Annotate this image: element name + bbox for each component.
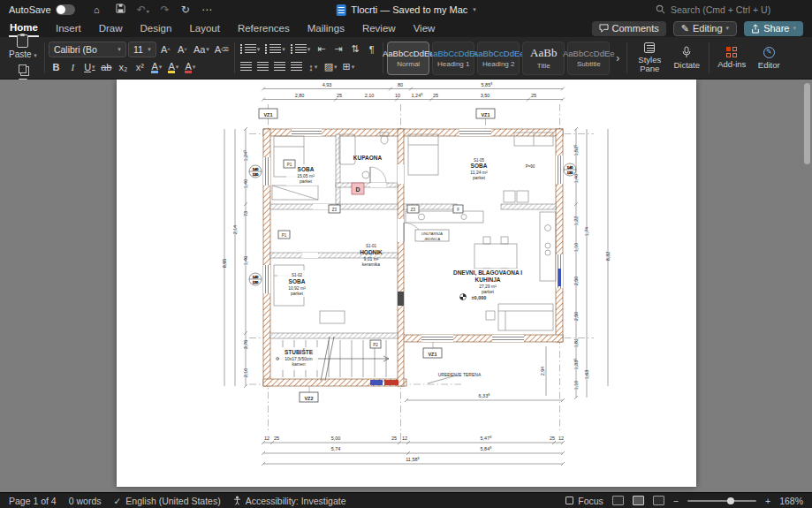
styles-more-button[interactable]: › <box>612 52 623 64</box>
decrease-indent-button[interactable]: ⇤ <box>314 42 329 57</box>
subscript-button[interactable]: x₂ <box>116 60 131 75</box>
read-mode-view-button[interactable] <box>612 496 624 505</box>
tab-design[interactable]: Design <box>140 21 173 36</box>
comments-button[interactable]: Comments <box>592 21 666 36</box>
justify-icon <box>291 62 302 72</box>
paste-button[interactable]: Paste ▾ <box>5 34 41 60</box>
align-right-button[interactable] <box>272 59 287 74</box>
show-marks-button[interactable]: ¶ <box>364 42 379 57</box>
accessibility-icon <box>233 496 241 505</box>
print-layout-view-button[interactable] <box>633 496 644 505</box>
tab-view[interactable]: View <box>413 21 436 36</box>
style-subtitle[interactable]: AaBbCcDdEe Subtitle <box>567 42 610 75</box>
sort-button[interactable]: ⇅ <box>347 42 362 57</box>
change-case-button[interactable]: Aa▾ <box>192 42 211 57</box>
borders-button[interactable]: ⊞▾ <box>341 59 357 74</box>
svg-text:3,76: 3,76 <box>243 340 248 350</box>
undo-icon[interactable]: ↶▾ <box>137 4 149 16</box>
zoom-slider[interactable] <box>687 500 756 502</box>
tab-references[interactable]: References <box>237 21 291 36</box>
style-title[interactable]: AaBb Title <box>522 42 565 75</box>
font-color-button[interactable]: A▾ <box>183 60 198 75</box>
svg-text:5,85⁵: 5,85⁵ <box>481 82 492 87</box>
clear-formatting-button[interactable]: A⌫ <box>213 42 231 57</box>
svg-text:5,84⁵: 5,84⁵ <box>480 446 491 451</box>
dictate-button[interactable]: Dictate <box>668 40 705 76</box>
highlight-button[interactable]: A▾ <box>166 60 181 75</box>
shading-button[interactable]: ▨▾ <box>323 59 339 74</box>
svg-text:1,24⁵: 1,24⁵ <box>243 150 248 162</box>
save-icon[interactable] <box>116 4 125 16</box>
level-mark: ±0,000 <box>459 294 486 300</box>
document-title[interactable]: Tlocrti — Saved to my Mac ▾ <box>336 4 476 16</box>
marker-d-door: D <box>355 186 360 193</box>
web-layout-view-button[interactable] <box>653 496 664 505</box>
redo-icon[interactable]: ↷ <box>161 4 170 16</box>
floor-plan-drawing: SOBA 15,05 m² parket KUPAONA S1-05 SOBA … <box>117 80 696 487</box>
marker-p2: P2 <box>373 343 378 347</box>
italic-button[interactable]: I <box>65 60 80 75</box>
strikethrough-button[interactable]: ab <box>99 60 114 75</box>
ribbon-tabs: Home Insert Draw Design Layout Reference… <box>0 19 812 37</box>
word-count[interactable]: 0 words <box>69 496 102 506</box>
svg-text:1,01: 1,01 <box>573 338 579 348</box>
shrink-font-button[interactable]: A˅ <box>175 42 190 57</box>
tab-mailings[interactable]: Mailings <box>307 21 345 36</box>
marker-f: F <box>457 208 459 212</box>
window-marker-blue <box>558 269 561 286</box>
microphone-icon <box>681 46 692 58</box>
numbering-button[interactable]: ▾ <box>263 42 287 57</box>
grow-font-button[interactable]: A˄ <box>158 42 173 57</box>
more-commands-icon[interactable]: ⋯ <box>201 4 212 16</box>
zoom-percentage[interactable]: 168% <box>779 496 803 506</box>
increase-indent-button[interactable]: ⇥ <box>330 42 345 57</box>
justify-button[interactable] <box>289 59 304 74</box>
styles-pane-button[interactable]: Styles Pane <box>631 40 668 76</box>
bold-button[interactable]: B <box>49 60 64 75</box>
editor-button[interactable]: ✎ Editor <box>750 40 787 76</box>
font-group: Calibri (Bo▾ 11▾ A˄ A˅ Aa▾ A⌫ B I U▾ ab … <box>49 40 231 76</box>
svg-text:2,80: 2,80 <box>294 93 304 98</box>
align-left-button[interactable] <box>239 59 254 74</box>
search-field[interactable] <box>656 4 803 16</box>
vertical-scrollbar[interactable] <box>804 83 810 164</box>
zoom-slider-knob[interactable] <box>727 497 734 504</box>
zoom-in-button[interactable]: + <box>765 496 770 506</box>
accessibility-status[interactable]: Accessibility: Investigate <box>233 496 346 506</box>
style-heading1[interactable]: AaBbCcDdEe Heading 1 <box>432 42 474 75</box>
tab-draw[interactable]: Draw <box>98 21 124 36</box>
tab-layout[interactable]: Layout <box>188 21 221 36</box>
text-effects-button[interactable]: A▾ <box>149 60 164 75</box>
share-button[interactable]: Share ▾ <box>744 21 803 36</box>
addins-button[interactable]: Add-ins <box>713 40 750 76</box>
copy-icon[interactable] <box>19 64 27 73</box>
underline-button[interactable]: U▾ <box>82 60 97 75</box>
tab-insert[interactable]: Insert <box>55 21 82 36</box>
multilevel-list-button[interactable]: ▾ <box>289 42 313 57</box>
line-spacing-button[interactable]: ↕▾ <box>306 59 321 74</box>
search-icon <box>656 4 665 16</box>
font-size-select[interactable]: 11▾ <box>128 42 156 57</box>
focus-button[interactable]: Focus <box>565 496 603 506</box>
home-icon[interactable]: ⌂ <box>89 3 104 18</box>
bullets-button[interactable]: ▾ <box>239 42 262 57</box>
svg-text:12: 12 <box>263 436 269 441</box>
document-page[interactable]: SOBA 15,05 m² parket KUPAONA S1-05 SOBA … <box>117 80 696 487</box>
svg-text:2,14: 2,14 <box>232 225 238 235</box>
room-label-soba-tr: SOBA <box>470 163 487 169</box>
font-name-select[interactable]: Calibri (Bo▾ <box>49 42 126 57</box>
style-heading2[interactable]: AaBbCcDdEe Heading 2 <box>477 42 520 75</box>
search-input[interactable] <box>671 4 803 15</box>
autosave-toggle[interactable]: AutoSave <box>9 4 75 15</box>
pencil-icon: ✎ <box>681 23 689 34</box>
style-normal[interactable]: AaBbCcDdEe Normal <box>387 42 429 75</box>
align-center-button[interactable] <box>255 59 270 74</box>
sync-icon[interactable]: ↻ <box>181 4 190 16</box>
tab-review[interactable]: Review <box>361 21 397 36</box>
page-indicator[interactable]: Page 1 of 4 <box>9 496 57 506</box>
language-selector[interactable]: ✓ English (United States) <box>113 496 220 506</box>
zoom-out-button[interactable]: − <box>673 496 679 506</box>
autosave-switch-icon[interactable] <box>56 4 75 15</box>
editing-mode-button[interactable]: ✎ Editing ▾ <box>673 21 737 36</box>
superscript-button[interactable]: x² <box>133 60 148 75</box>
